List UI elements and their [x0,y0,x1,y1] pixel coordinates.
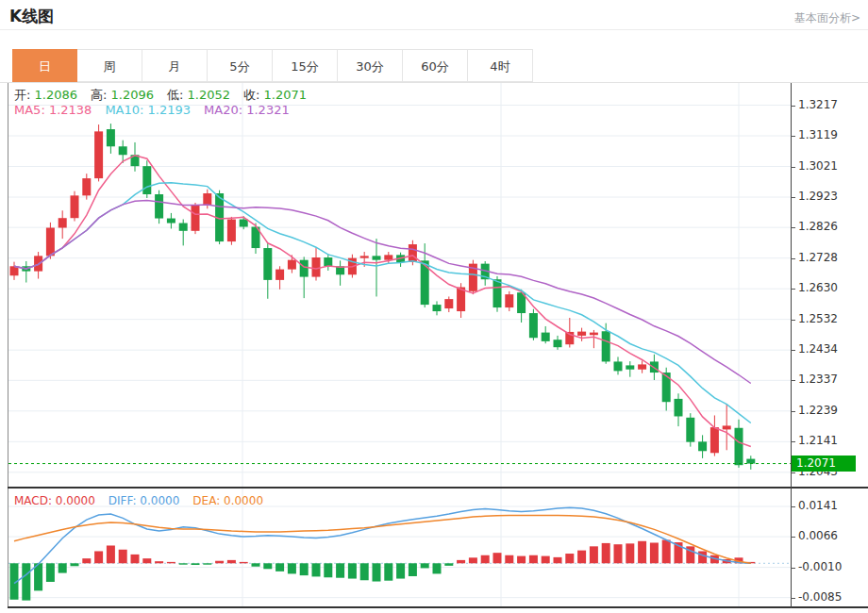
ohlc-row-open: 开: 1.2086 [14,88,77,102]
price-9-tick [791,380,795,381]
header-divider [0,29,868,30]
ma5-line [14,156,751,447]
price-0-tick [791,106,795,107]
macd-2-label: -0.0010 [798,560,842,573]
macd-row-dea: DEA: 0.0000 [192,494,263,507]
price-11-tick [791,441,795,442]
macd-3-label: -0.0085 [798,590,842,604]
price-10-label: 1.2239 [798,404,838,417]
price-6-tick [791,289,795,290]
price-7-tick [791,320,795,321]
macd-3-tick [791,598,795,599]
ohlc-row-close: 收: 1.2071 [243,88,307,102]
kline-macd-chart[interactable] [8,83,792,608]
price-6-label: 1.2630 [798,281,838,294]
price-1-tick [791,136,795,137]
tab-m15[interactable]: 15分 [273,49,338,82]
candles [10,124,756,470]
interval-tabs: 日周月5分15分30分60分4时 [0,49,868,83]
tab-day[interactable]: 日 [12,49,77,82]
ma-readout: MA5: 1.2138MA10: 1.2193MA20: 1.2321 [14,103,303,117]
tab-week[interactable]: 周 [77,49,142,82]
ma-row-ma20: MA20: 1.2321 [204,103,290,117]
tab-m30[interactable]: 30分 [338,49,403,82]
price-9-label: 1.2337 [798,373,838,386]
fundamental-analysis-link[interactable]: 基本面分析> [794,10,860,26]
macd-1-tick [791,537,795,538]
tab-m60[interactable]: 60分 [403,49,468,82]
ma20-line [14,201,751,384]
macd-histogram [10,539,756,600]
ma-row-ma5: MA5: 1.2138 [14,103,92,117]
price-axis-line [791,83,792,608]
price-3-tick [791,197,795,198]
chart-area: 开: 1.2086高: 1.2096低: 1.2052收: 1.2071 MA5… [8,83,792,608]
macd-1-label: 0.0066 [798,529,838,542]
price-10-tick [791,411,795,412]
price-5-tick [791,258,795,259]
price-12-tick [791,472,795,473]
ohlc-row-low: 低: 1.2052 [167,88,230,102]
tab-m5[interactable]: 5分 [208,49,273,82]
ma-row-ma10: MA10: 1.2193 [105,103,191,117]
panel-divider [8,487,868,489]
price-3-label: 1.2923 [798,190,838,203]
price-4-label: 1.2826 [798,220,838,233]
price-8-label: 1.2434 [798,342,838,356]
price-11-label: 1.2141 [798,434,838,447]
ma10-line [14,183,751,423]
price-4-tick [791,227,795,228]
macd-readout: MACD: 0.0000DIFF: 0.0000DEA: 0.0000 [14,494,276,507]
page-title: K线图 [9,6,54,27]
ohlc-readout: 开: 1.2086高: 1.2096低: 1.2052收: 1.2071 [14,87,320,104]
price-2-tick [791,167,795,168]
current-price-badge: 1.2071 [792,456,856,472]
macd-row-diff: DIFF: 0.0000 [108,494,180,507]
macd-0-label: 0.0141 [798,499,838,512]
price-1-label: 1.3119 [798,128,838,141]
macd-0-tick [791,506,795,507]
price-0-label: 1.3217 [798,98,838,111]
tab-h4[interactable]: 4时 [468,49,533,82]
ohlc-row-high: 高: 1.2096 [91,88,154,102]
price-8-tick [791,350,795,351]
chart-bottom-border [8,606,868,608]
macd-row-macd: MACD: 0.0000 [14,494,95,507]
grid-lines [8,83,792,608]
tab-month[interactable]: 月 [142,49,208,82]
price-5-label: 1.2728 [798,251,838,264]
price-7-label: 1.2532 [798,312,838,325]
macd-2-tick [791,568,795,569]
price-2-label: 1.3021 [798,159,838,173]
